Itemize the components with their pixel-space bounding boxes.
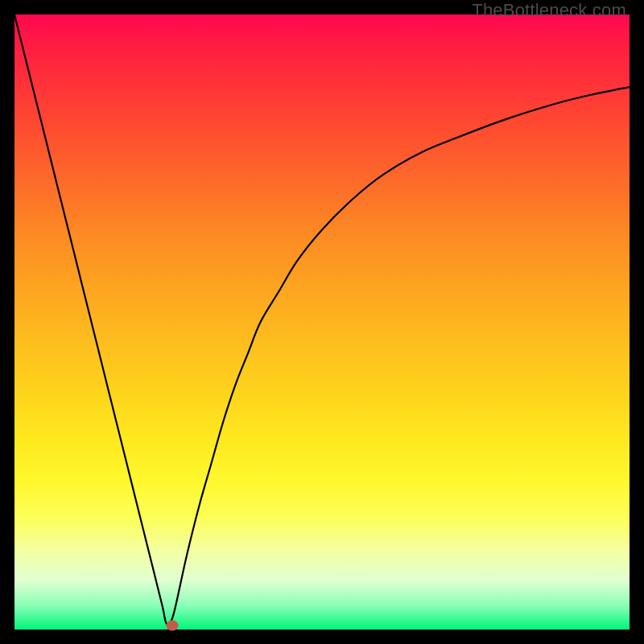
plot-area [14, 14, 630, 630]
chart-frame: TheBottleneck.com [0, 0, 644, 644]
